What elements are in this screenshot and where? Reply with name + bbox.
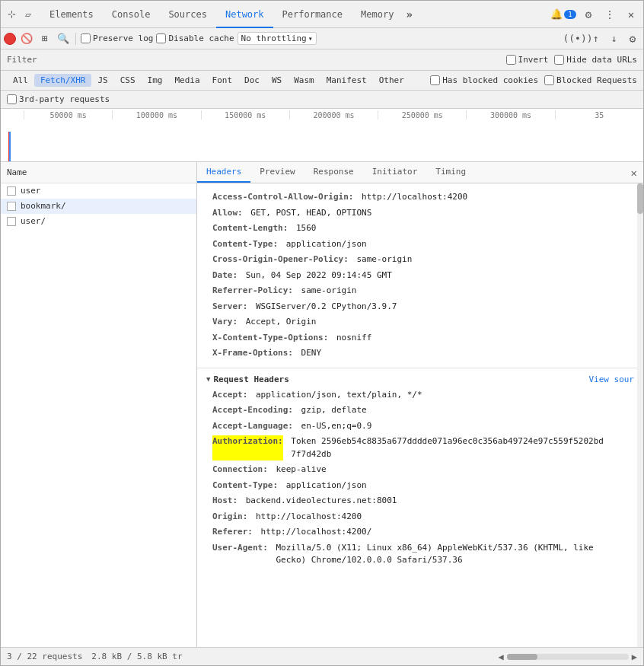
- invert-checkbox[interactable]: Invert: [506, 55, 549, 65]
- type-btn-font[interactable]: Font: [206, 74, 239, 87]
- timeline-ruler: 50000 ms 100000 ms 150000 ms 200000 ms 2…: [1, 109, 643, 119]
- blocked-requests-checkbox[interactable]: Blocked Requests: [544, 75, 637, 85]
- detail-close-button[interactable]: ✕: [625, 167, 643, 179]
- network-settings-icon[interactable]: ⚙: [625, 31, 640, 46]
- scrollbar-thumb[interactable]: [637, 183, 643, 214]
- type-btn-all[interactable]: All: [7, 74, 34, 87]
- more-options-icon[interactable]: ⋮: [601, 5, 619, 24]
- filter-icon[interactable]: ⊞: [37, 31, 53, 46]
- status-bar: 3 / 22 requests 2.8 kB / 5.8 kB tr ◀ ▶: [1, 647, 643, 665]
- timeline-tick-7: 35: [555, 110, 643, 119]
- scroll-thumb[interactable]: [507, 654, 537, 660]
- detail-tab-headers[interactable]: Headers: [197, 162, 250, 183]
- type-btn-fetch-xhr[interactable]: Fetch/XHR: [34, 74, 92, 87]
- header-value-content-length: 1560: [291, 222, 316, 235]
- req-header-value-user-agent: Mozilla/5.0 (X11; Linux x86_64) AppleWeb…: [271, 542, 594, 567]
- request-item-user[interactable]: user: [1, 183, 196, 199]
- detail-tab-initiator[interactable]: Initiator: [363, 162, 427, 183]
- header-value-allow: GET, POST, HEAD, OPTIONS: [246, 207, 372, 220]
- tab-performance[interactable]: Performance: [273, 1, 352, 28]
- type-btn-js[interactable]: JS: [91, 74, 113, 87]
- scroll-track[interactable]: [507, 654, 629, 660]
- header-value-vary: Accept, Origin: [241, 316, 316, 329]
- type-btn-other[interactable]: Other: [373, 74, 410, 87]
- scroll-right-arrow[interactable]: ▶: [632, 652, 637, 662]
- req-header-value-content-type: application/json: [281, 480, 367, 492]
- req-header-authorization: Authorization: Token 2596eb54c8835a677dd…: [197, 434, 643, 462]
- horizontal-scrollbar[interactable]: ◀ ▶: [499, 652, 637, 662]
- detail-tab-preview[interactable]: Preview: [250, 162, 304, 183]
- top-tab-bar: ⊹ ▱ Elements Console Sources Network Per…: [1, 1, 643, 28]
- header-row-vary: Vary: Accept, Origin: [197, 314, 643, 330]
- view-source-link[interactable]: View sour: [588, 374, 634, 384]
- req-header-user-agent: User-Agent: Mozilla/5.0 (X11; Linux x86_…: [197, 540, 643, 569]
- requests-count: 3 / 22 requests: [7, 652, 82, 661]
- type-btn-wasm[interactable]: Wasm: [288, 74, 320, 87]
- hide-data-urls-checkbox[interactable]: Hide data URLs: [554, 55, 637, 65]
- type-btn-doc[interactable]: Doc: [238, 74, 266, 87]
- scroll-left-arrow[interactable]: ◀: [499, 652, 504, 662]
- download-icon[interactable]: ↓: [607, 31, 622, 46]
- request-item-user2[interactable]: user/: [1, 214, 196, 229]
- clear-icon[interactable]: 🚫: [19, 31, 34, 46]
- type-btn-media[interactable]: Media: [168, 74, 206, 87]
- device-toggle-icon[interactable]: ▱: [21, 7, 36, 22]
- type-filter-bar: All Fetch/XHR JS CSS Img Media Font Doc …: [1, 71, 643, 91]
- tab-bar-right: 🔔 1 ⚙ ⋮ ✕: [550, 5, 640, 24]
- detail-content[interactable]: Access-Control-Allow-Origin: http://loca…: [197, 183, 643, 647]
- settings-icon[interactable]: ⚙: [579, 5, 598, 24]
- search-icon[interactable]: 🔍: [56, 31, 71, 46]
- tab-console[interactable]: Console: [103, 1, 160, 28]
- status-bar-right: ◀ ▶: [499, 652, 637, 662]
- header-row-content-type: Content-Type: application/json: [197, 237, 643, 253]
- wifi-icon[interactable]: ((•)): [570, 31, 585, 46]
- timeline-tick-4: 200000 ms: [289, 110, 378, 119]
- req-header-value-accept-encoding: gzip, deflate: [296, 404, 367, 417]
- type-btn-img[interactable]: Img: [142, 74, 169, 87]
- req-header-value-connection: keep-alive: [271, 464, 327, 476]
- request-item-checkbox-bookmark[interactable]: [7, 202, 16, 211]
- request-item-checkbox-user2[interactable]: [7, 217, 16, 226]
- type-btn-ws[interactable]: WS: [266, 74, 288, 87]
- throttle-select[interactable]: No throttling ▾: [238, 32, 317, 45]
- request-item-bookmark[interactable]: bookmark/: [1, 199, 196, 214]
- tab-memory[interactable]: Memory: [352, 1, 403, 28]
- section-divider: [197, 368, 643, 368]
- preserve-log-checkbox[interactable]: Preserve log: [81, 33, 153, 43]
- req-header-name-accept-encoding: Accept-Encoding:: [212, 404, 293, 417]
- scrollbar-track[interactable]: [637, 183, 643, 647]
- notification-badge-area[interactable]: 🔔 1: [550, 8, 576, 20]
- timeline-tick-5: 250000 ms: [378, 110, 466, 119]
- tab-sources[interactable]: Sources: [159, 1, 216, 28]
- cursor-icon[interactable]: ⊹: [4, 7, 19, 22]
- network-toolbar: 🚫 ⊞ 🔍 Preserve log Disable cache No thro…: [1, 28, 643, 49]
- req-header-name-host: Host:: [212, 495, 238, 508]
- more-tabs-button[interactable]: »: [403, 8, 415, 21]
- request-list: Name user bookmark/ user/: [1, 162, 197, 647]
- third-party-bar: 3rd-party requests: [1, 91, 643, 109]
- request-item-checkbox-user[interactable]: [7, 186, 16, 196]
- tab-elements[interactable]: Elements: [40, 1, 103, 28]
- type-btn-manifest[interactable]: Manifest: [320, 74, 373, 87]
- main-content: Name user bookmark/ user/ Heade: [1, 162, 643, 647]
- timeline-area: 50000 ms 100000 ms 150000 ms 200000 ms 2…: [1, 109, 643, 162]
- request-list-header: Name: [1, 162, 196, 183]
- notification-badge: 1: [564, 10, 576, 19]
- type-btn-css[interactable]: CSS: [114, 74, 142, 87]
- req-header-origin: Origin: http://localhost:4200: [197, 509, 643, 525]
- header-name-date: Date:: [212, 269, 238, 282]
- disable-cache-checkbox[interactable]: Disable cache: [156, 33, 234, 43]
- devtools-shell: ⊹ ▱ Elements Console Sources Network Per…: [0, 0, 644, 666]
- has-blocked-cookies-checkbox[interactable]: Has blocked cookies: [430, 75, 538, 85]
- close-devtools-icon[interactable]: ✕: [622, 5, 640, 24]
- req-header-name-connection: Connection:: [212, 464, 268, 476]
- third-party-checkbox[interactable]: 3rd-party requests: [7, 94, 110, 104]
- detail-tab-timing[interactable]: Timing: [426, 162, 475, 183]
- header-row-access-control: Access-Control-Allow-Origin: http://loca…: [197, 190, 643, 206]
- req-header-name-origin: Origin:: [212, 511, 247, 524]
- record-button[interactable]: [4, 33, 16, 45]
- tab-network[interactable]: Network: [216, 1, 273, 28]
- header-row-allow: Allow: GET, POST, HEAD, OPTIONS: [197, 206, 643, 221]
- detail-tab-response[interactable]: Response: [304, 162, 363, 183]
- upload-icon[interactable]: ↑: [588, 31, 604, 46]
